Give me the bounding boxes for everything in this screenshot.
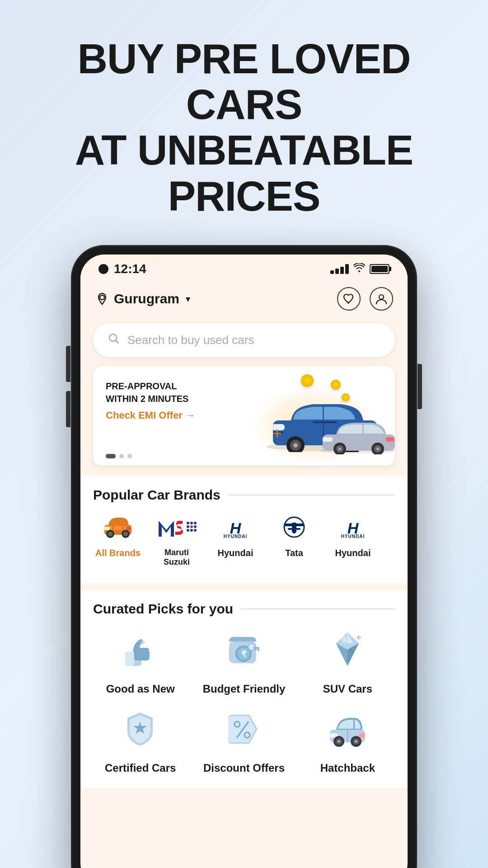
hyundai-label-2: Hyundai bbox=[335, 548, 371, 558]
budget-friendly-icon: ₹ bbox=[219, 626, 269, 675]
svg-rect-20 bbox=[386, 437, 394, 442]
curated-item-suv[interactable]: SUV Cars bbox=[300, 626, 395, 696]
wifi-icon bbox=[353, 263, 365, 275]
banner-text-content: PRE-APPROVAL WITHIN 2 MINUTES Check EMI … bbox=[106, 380, 195, 421]
curated-item-good-as-new[interactable]: Good as New bbox=[93, 626, 188, 696]
curated-item-discount[interactable]: Discount Offers bbox=[197, 705, 291, 775]
search-bar[interactable]: Search to buy used cars bbox=[93, 323, 395, 357]
hero-title: BUY PRE LOVED CARS AT UNBEATABLE PRICES bbox=[27, 36, 461, 219]
curated-grid: Good as New bbox=[93, 626, 395, 775]
signal-bar-1 bbox=[330, 270, 334, 274]
carousel-dots bbox=[106, 454, 132, 458]
promo-banner[interactable]: + PRE-APPROVAL WITHIN 2 MINUTES Check EM… bbox=[93, 366, 395, 466]
carousel-dot-2[interactable] bbox=[119, 454, 124, 458]
plus-decoration: + bbox=[272, 424, 282, 443]
budget-label: Budget Friendly bbox=[203, 682, 286, 696]
suv-cars-icon bbox=[323, 626, 372, 675]
banner-cars bbox=[199, 366, 395, 466]
svg-point-40 bbox=[187, 525, 189, 528]
phone-mockup: 12:14 bbox=[0, 237, 488, 868]
svg-point-38 bbox=[190, 522, 193, 524]
tag-percent-icon bbox=[222, 708, 265, 751]
svg-point-42 bbox=[194, 525, 197, 528]
signal-bars bbox=[330, 264, 349, 274]
tata-logo bbox=[274, 512, 314, 543]
small-car-icon bbox=[326, 708, 369, 751]
svg-rect-81 bbox=[359, 733, 365, 738]
banner-title: PRE-APPROVAL WITHIN 2 MINUTES bbox=[106, 380, 195, 405]
wallet-icon: ₹ bbox=[222, 629, 265, 672]
location-name: Gurugram bbox=[114, 291, 179, 307]
curated-picks-header: Curated Picks for you bbox=[93, 590, 395, 626]
svg-point-36 bbox=[123, 532, 128, 536]
popular-brands-section: Popular Car Brands bbox=[80, 476, 408, 583]
tata-logo-icon bbox=[276, 516, 312, 539]
app-header: Gurugram ▾ bbox=[80, 280, 408, 320]
curated-picks-section: Curated Picks for you bbox=[80, 590, 408, 788]
maruti-suzuki-logo-icon bbox=[156, 514, 197, 541]
location-pin-icon bbox=[95, 292, 109, 306]
curated-item-hatchback[interactable]: Hatchback bbox=[300, 705, 395, 775]
svg-rect-52 bbox=[293, 528, 296, 533]
svg-point-84 bbox=[338, 740, 340, 743]
search-icon bbox=[108, 332, 120, 348]
svg-point-44 bbox=[190, 529, 193, 532]
phone-frame: 12:14 bbox=[72, 246, 416, 868]
svg-rect-32 bbox=[126, 527, 131, 530]
battery-fill bbox=[371, 266, 388, 272]
hatchback-label: Hatchback bbox=[320, 761, 375, 775]
heart-icon bbox=[343, 293, 355, 304]
svg-text:₹: ₹ bbox=[241, 650, 247, 659]
brand-item-tata[interactable]: Tata bbox=[269, 512, 319, 567]
svg-point-34 bbox=[108, 532, 113, 536]
svg-text:HYUNDAI: HYUNDAI bbox=[224, 534, 248, 539]
hyundai-label-1: Hyundai bbox=[218, 548, 253, 558]
signal-bar-2 bbox=[335, 269, 339, 274]
brand-item-hyundai-1[interactable]: H HYUNDAI Hyundai bbox=[211, 512, 260, 567]
svg-point-45 bbox=[194, 529, 197, 532]
hyundai-logo-icon-1: H HYUNDAI bbox=[217, 516, 253, 539]
svg-rect-63 bbox=[253, 647, 259, 649]
svg-rect-19 bbox=[323, 437, 333, 442]
svg-point-41 bbox=[190, 525, 193, 528]
wishlist-button[interactable] bbox=[337, 287, 361, 311]
svg-point-43 bbox=[187, 529, 189, 532]
signal-bar-3 bbox=[340, 267, 344, 274]
svg-rect-65 bbox=[255, 649, 257, 651]
brand-item-hyundai-2[interactable]: H HYUNDAI Hyundai bbox=[328, 512, 378, 567]
camera-dot bbox=[99, 264, 108, 274]
profile-button[interactable] bbox=[370, 287, 393, 311]
carousel-dot-1[interactable] bbox=[106, 454, 116, 458]
thumbsup-icon bbox=[119, 629, 162, 672]
curated-item-certified[interactable]: Certified Cars bbox=[93, 705, 188, 775]
svg-point-26 bbox=[376, 448, 379, 450]
hyundai-logo-icon-2: H HYUNDAI bbox=[335, 516, 371, 539]
header-actions bbox=[337, 287, 393, 311]
brand-item-maruti[interactable]: Maruti Suzuki bbox=[152, 512, 202, 567]
svg-rect-29 bbox=[114, 526, 122, 530]
svg-point-39 bbox=[194, 522, 197, 524]
discount-label: Discount Offers bbox=[203, 761, 285, 775]
location-selector[interactable]: Gurugram ▾ bbox=[95, 291, 190, 307]
all-brands-logo bbox=[98, 512, 138, 543]
brand-item-all[interactable]: All Brands bbox=[93, 512, 143, 567]
banner-cta[interactable]: Check EMI Offer → bbox=[106, 410, 195, 421]
carousel-dot-3[interactable] bbox=[127, 454, 132, 458]
certified-icon bbox=[116, 705, 165, 755]
status-time-area: 12:14 bbox=[99, 262, 146, 276]
svg-point-87 bbox=[355, 740, 357, 743]
good-as-new-label: Good as New bbox=[106, 682, 175, 696]
battery-icon bbox=[370, 264, 389, 274]
curated-item-budget[interactable]: ₹ Budget Friendly bbox=[197, 626, 291, 696]
time-display: 12:14 bbox=[114, 262, 146, 276]
diamond-icon bbox=[326, 629, 369, 672]
good-as-new-icon bbox=[116, 626, 165, 675]
phone-screen: 12:14 bbox=[80, 255, 408, 868]
hyundai-logo-1: H HYUNDAI bbox=[215, 512, 256, 543]
search-placeholder-text: Search to buy used cars bbox=[127, 333, 254, 347]
svg-point-37 bbox=[187, 522, 189, 524]
curated-picks-title: Curated Picks for you bbox=[93, 601, 233, 617]
tata-label: Tata bbox=[285, 548, 303, 558]
all-brands-car-icon bbox=[102, 515, 134, 540]
status-bar: 12:14 bbox=[80, 255, 408, 280]
